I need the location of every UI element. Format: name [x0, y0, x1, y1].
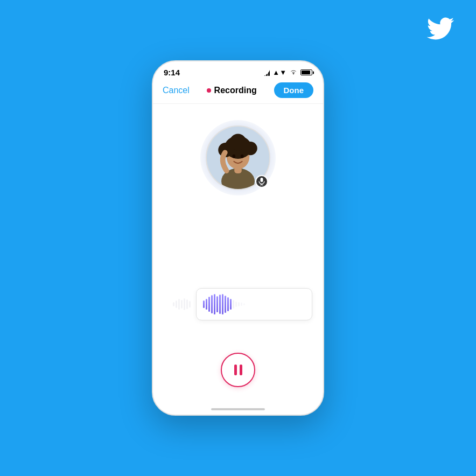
waveform-active-bars	[203, 293, 245, 315]
waveform-section	[164, 288, 312, 320]
pause-bar-right	[240, 365, 242, 375]
phone-mockup: 9:14 ▲▼ Cancel	[152, 60, 324, 416]
wifi-icon: ▲▼	[272, 68, 286, 76]
recording-label: Recording	[214, 86, 257, 95]
svg-point-7	[230, 134, 247, 151]
pause-bar-left	[234, 365, 237, 375]
phone-frame: 9:14 ▲▼ Cancel	[152, 60, 324, 416]
done-button[interactable]: Done	[274, 82, 314, 98]
svg-rect-10	[261, 178, 263, 182]
pause-button[interactable]	[221, 353, 255, 387]
phone-notch	[206, 61, 270, 76]
cancel-button[interactable]: Cancel	[163, 86, 190, 95]
twitter-logo-icon	[426, 16, 454, 46]
avatar-container	[206, 125, 270, 190]
waveform-left-bars	[173, 293, 191, 315]
home-indicator	[211, 408, 265, 410]
phone-content	[153, 104, 323, 409]
pause-icon	[234, 365, 242, 375]
battery-icon	[300, 69, 312, 75]
recording-dot-icon	[207, 88, 211, 93]
mic-badge-icon	[255, 175, 268, 188]
waveform-left	[164, 293, 191, 315]
svg-point-8	[232, 155, 235, 158]
svg-point-9	[241, 155, 244, 158]
recording-status: Recording	[207, 86, 257, 95]
pause-button-container	[221, 353, 255, 387]
nav-bar: Cancel Recording Done	[153, 79, 323, 104]
status-time: 9:14	[164, 68, 180, 77]
waveform-box	[196, 288, 312, 320]
wifi-icon	[289, 69, 298, 76]
